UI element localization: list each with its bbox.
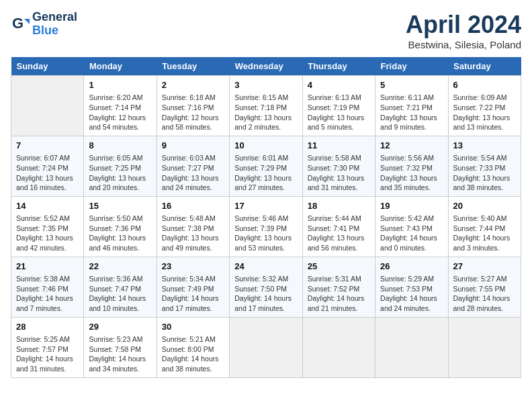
calendar-day-cell: 27Sunrise: 5:27 AMSunset: 7:55 PMDayligh…: [448, 257, 521, 317]
calendar-day-cell: 23Sunrise: 5:34 AMSunset: 7:49 PMDayligh…: [157, 257, 229, 317]
day-info: Sunrise: 6:01 AMSunset: 7:29 PMDaylight:…: [234, 153, 297, 193]
day-number: 3: [234, 79, 297, 91]
calendar-day-cell: 6Sunrise: 6:09 AMSunset: 7:22 PMDaylight…: [448, 76, 521, 136]
logo-text: GeneralBlue: [32, 11, 77, 38]
month-title: April 2024: [406, 11, 521, 39]
calendar-day-cell: 4Sunrise: 6:13 AMSunset: 7:19 PMDaylight…: [302, 76, 375, 136]
day-info: Sunrise: 5:21 AMSunset: 8:00 PMDaylight:…: [162, 334, 224, 374]
calendar-day-cell: 13Sunrise: 5:54 AMSunset: 7:33 PMDayligh…: [448, 136, 521, 196]
svg-text:G: G: [12, 15, 24, 32]
day-info: Sunrise: 6:09 AMSunset: 7:22 PMDaylight:…: [453, 93, 516, 132]
day-info: Sunrise: 6:15 AMSunset: 7:18 PMDaylight:…: [234, 93, 297, 132]
weekday-header-cell: Saturday: [448, 57, 521, 76]
day-info: Sunrise: 6:20 AMSunset: 7:14 PMDaylight:…: [89, 93, 151, 132]
title-block: April 2024 Bestwina, Silesia, Poland: [406, 11, 521, 50]
weekday-header-cell: Thursday: [302, 57, 375, 76]
calendar-week-row: 28Sunrise: 5:25 AMSunset: 7:57 PMDayligh…: [11, 317, 521, 377]
day-number: 14: [16, 200, 79, 212]
day-info: Sunrise: 6:03 AMSunset: 7:27 PMDaylight:…: [162, 153, 224, 193]
calendar-day-cell: 20Sunrise: 5:40 AMSunset: 7:44 PMDayligh…: [448, 196, 521, 257]
logo-icon: G: [11, 15, 30, 34]
calendar-day-cell: 15Sunrise: 5:50 AMSunset: 7:36 PMDayligh…: [84, 196, 157, 257]
day-info: Sunrise: 5:29 AMSunset: 7:53 PMDaylight:…: [380, 274, 443, 314]
location-subtitle: Bestwina, Silesia, Poland: [406, 39, 521, 50]
day-info: Sunrise: 5:54 AMSunset: 7:33 PMDaylight:…: [453, 153, 516, 193]
day-number: 6: [453, 79, 516, 91]
calendar-day-cell: [302, 317, 375, 377]
day-number: 23: [162, 261, 224, 273]
day-info: Sunrise: 5:44 AMSunset: 7:41 PMDaylight:…: [308, 214, 370, 253]
day-number: 1: [89, 79, 151, 91]
calendar-day-cell: 12Sunrise: 5:56 AMSunset: 7:32 PMDayligh…: [375, 136, 448, 196]
calendar-day-cell: 24Sunrise: 5:32 AMSunset: 7:50 PMDayligh…: [230, 257, 302, 317]
day-number: 20: [453, 200, 516, 212]
day-info: Sunrise: 5:34 AMSunset: 7:49 PMDaylight:…: [162, 274, 224, 314]
day-info: Sunrise: 5:23 AMSunset: 7:58 PMDaylight:…: [89, 334, 151, 374]
calendar-day-cell: [448, 317, 521, 377]
day-info: Sunrise: 5:38 AMSunset: 7:46 PMDaylight:…: [16, 274, 79, 314]
weekday-header-row: SundayMondayTuesdayWednesdayThursdayFrid…: [11, 57, 521, 76]
day-number: 21: [16, 261, 79, 273]
day-info: Sunrise: 5:46 AMSunset: 7:39 PMDaylight:…: [234, 214, 297, 253]
weekday-header-cell: Monday: [84, 57, 157, 76]
day-number: 22: [89, 261, 151, 273]
calendar-day-cell: 11Sunrise: 5:58 AMSunset: 7:30 PMDayligh…: [302, 136, 375, 196]
calendar-day-cell: 16Sunrise: 5:48 AMSunset: 7:38 PMDayligh…: [157, 196, 229, 257]
day-info: Sunrise: 6:05 AMSunset: 7:25 PMDaylight:…: [89, 153, 151, 193]
calendar-day-cell: 18Sunrise: 5:44 AMSunset: 7:41 PMDayligh…: [302, 196, 375, 257]
page-header: G GeneralBlue April 2024 Bestwina, Siles…: [11, 11, 521, 50]
day-number: 16: [162, 200, 224, 212]
day-number: 18: [308, 200, 370, 212]
calendar-day-cell: 10Sunrise: 6:01 AMSunset: 7:29 PMDayligh…: [230, 136, 302, 196]
svg-marker-1: [24, 19, 30, 24]
weekday-header-cell: Friday: [375, 57, 448, 76]
calendar-day-cell: 29Sunrise: 5:23 AMSunset: 7:58 PMDayligh…: [84, 317, 157, 377]
day-info: Sunrise: 6:11 AMSunset: 7:21 PMDaylight:…: [380, 93, 443, 132]
day-info: Sunrise: 6:07 AMSunset: 7:24 PMDaylight:…: [16, 153, 79, 193]
calendar-day-cell: [11, 76, 84, 136]
day-number: 11: [308, 140, 370, 152]
day-number: 8: [89, 140, 151, 152]
day-number: 25: [308, 261, 370, 273]
day-info: Sunrise: 5:48 AMSunset: 7:38 PMDaylight:…: [162, 214, 224, 253]
day-info: Sunrise: 5:56 AMSunset: 7:32 PMDaylight:…: [380, 153, 443, 193]
day-info: Sunrise: 6:18 AMSunset: 7:16 PMDaylight:…: [162, 93, 224, 132]
day-number: 27: [453, 261, 516, 273]
day-info: Sunrise: 5:58 AMSunset: 7:30 PMDaylight:…: [308, 153, 370, 193]
calendar-day-cell: 22Sunrise: 5:36 AMSunset: 7:47 PMDayligh…: [84, 257, 157, 317]
day-number: 17: [234, 200, 297, 212]
day-number: 10: [234, 140, 297, 152]
day-number: 24: [234, 261, 297, 273]
day-number: 12: [380, 140, 443, 152]
calendar-day-cell: 5Sunrise: 6:11 AMSunset: 7:21 PMDaylight…: [375, 76, 448, 136]
day-info: Sunrise: 5:25 AMSunset: 7:57 PMDaylight:…: [16, 334, 79, 374]
weekday-header-cell: Tuesday: [157, 57, 229, 76]
day-number: 2: [162, 79, 224, 91]
day-info: Sunrise: 5:52 AMSunset: 7:35 PMDaylight:…: [16, 214, 79, 253]
day-number: 28: [16, 321, 79, 333]
day-info: Sunrise: 6:13 AMSunset: 7:19 PMDaylight:…: [308, 93, 370, 132]
calendar-day-cell: 17Sunrise: 5:46 AMSunset: 7:39 PMDayligh…: [230, 196, 302, 257]
calendar-day-cell: 8Sunrise: 6:05 AMSunset: 7:25 PMDaylight…: [84, 136, 157, 196]
calendar-day-cell: 25Sunrise: 5:31 AMSunset: 7:52 PMDayligh…: [302, 257, 375, 317]
calendar-day-cell: 26Sunrise: 5:29 AMSunset: 7:53 PMDayligh…: [375, 257, 448, 317]
day-number: 26: [380, 261, 443, 273]
day-info: Sunrise: 5:50 AMSunset: 7:36 PMDaylight:…: [89, 214, 151, 253]
calendar-day-cell: [375, 317, 448, 377]
calendar-day-cell: 1Sunrise: 6:20 AMSunset: 7:14 PMDaylight…: [84, 76, 157, 136]
day-info: Sunrise: 5:27 AMSunset: 7:55 PMDaylight:…: [453, 274, 516, 314]
calendar-week-row: 1Sunrise: 6:20 AMSunset: 7:14 PMDaylight…: [11, 76, 521, 136]
day-number: 4: [308, 79, 370, 91]
day-info: Sunrise: 5:36 AMSunset: 7:47 PMDaylight:…: [89, 274, 151, 314]
day-number: 13: [453, 140, 516, 152]
logo: G GeneralBlue: [11, 11, 77, 38]
day-info: Sunrise: 5:32 AMSunset: 7:50 PMDaylight:…: [234, 274, 297, 314]
calendar-week-row: 21Sunrise: 5:38 AMSunset: 7:46 PMDayligh…: [11, 257, 521, 317]
day-info: Sunrise: 5:40 AMSunset: 7:44 PMDaylight:…: [453, 214, 516, 253]
calendar-day-cell: 14Sunrise: 5:52 AMSunset: 7:35 PMDayligh…: [11, 196, 84, 257]
day-number: 9: [162, 140, 224, 152]
calendar-week-row: 7Sunrise: 6:07 AMSunset: 7:24 PMDaylight…: [11, 136, 521, 196]
day-number: 5: [380, 79, 443, 91]
day-number: 29: [89, 321, 151, 333]
weekday-header-cell: Sunday: [11, 57, 84, 76]
